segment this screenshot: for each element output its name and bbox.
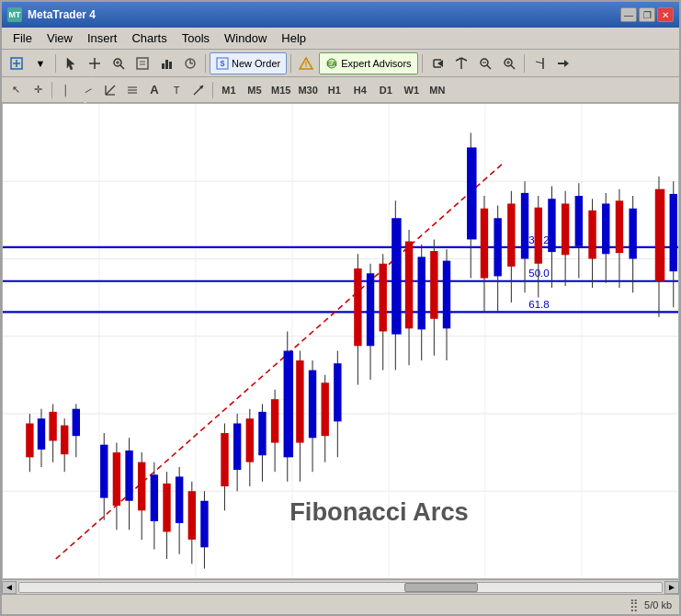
scroll-left-btn[interactable] <box>426 52 448 74</box>
period-w1[interactable]: W1 <box>400 81 424 99</box>
menu-insert[interactable]: Insert <box>80 29 125 47</box>
svg-rect-70 <box>61 426 68 455</box>
horizontal-scrollbar[interactable]: ◄ ► <box>2 579 679 594</box>
period-m1[interactable]: M1 <box>217 81 241 99</box>
menu-help[interactable]: Help <box>274 29 313 47</box>
svg-rect-78 <box>125 451 132 501</box>
svg-rect-108 <box>322 382 329 436</box>
sep2 <box>205 54 206 73</box>
data-status: 5/0 kb <box>644 599 672 610</box>
crosshair-btn[interactable] <box>84 52 106 74</box>
svg-text:Fibonacci Arcs: Fibonacci Arcs <box>289 497 469 526</box>
svg-rect-120 <box>405 242 413 329</box>
svg-text:$: $ <box>220 59 224 68</box>
scroll-track[interactable] <box>18 582 663 593</box>
gann-tool[interactable] <box>100 80 120 100</box>
svg-rect-84 <box>163 484 170 532</box>
autoscroll-btn[interactable] <box>552 52 574 74</box>
svg-rect-136 <box>521 193 528 259</box>
fib-tool[interactable] <box>122 80 142 100</box>
cursor-tool[interactable]: ↖ <box>6 80 26 100</box>
label-tool[interactable]: T <box>166 80 187 100</box>
properties-btn[interactable] <box>131 52 153 74</box>
svg-rect-12 <box>162 63 165 69</box>
period-m30[interactable]: M30 <box>295 81 320 99</box>
dropdown-btn[interactable]: ▼ <box>29 52 51 74</box>
chart-type-btn[interactable] <box>155 52 177 74</box>
svg-rect-96 <box>246 418 254 462</box>
svg-rect-142 <box>562 203 569 255</box>
grid-status-icon: ⣿ <box>630 598 639 611</box>
menu-charts[interactable]: Charts <box>124 29 174 47</box>
new-order-btn[interactable]: $ New Order <box>210 52 287 74</box>
minimize-button[interactable]: — <box>620 7 637 22</box>
period-h1[interactable]: H1 <box>323 81 346 99</box>
svg-line-6 <box>120 65 124 69</box>
svg-rect-100 <box>271 399 278 442</box>
menu-window[interactable]: Window <box>217 29 274 47</box>
trend-line-tool[interactable]: ─ <box>74 75 102 103</box>
svg-rect-76 <box>113 452 120 506</box>
scroll-left-arrow[interactable]: ◄ <box>2 581 17 594</box>
svg-rect-102 <box>284 351 294 458</box>
main-window: MT MetaTrader 4 — ❐ ✕ File View Insert C… <box>0 0 681 616</box>
drawing-toolbar: ↖ ✛ │ ─ A T M1 M5 M15 M30 H1 H4 D1 W1 MN <box>2 77 679 103</box>
cursor-btn[interactable] <box>60 52 82 74</box>
restore-button[interactable]: ❐ <box>639 7 655 22</box>
svg-rect-156 <box>670 194 677 271</box>
scroll-right-btn[interactable] <box>528 52 550 74</box>
new-chart-btn[interactable] <box>6 52 28 74</box>
sep-t2-1 <box>51 82 52 98</box>
period-m5[interactable]: M5 <box>243 81 267 99</box>
svg-line-36 <box>106 86 115 95</box>
svg-rect-140 <box>548 199 555 252</box>
alert-btn[interactable]: ! <box>295 52 317 74</box>
period-h4[interactable]: H4 <box>348 81 372 99</box>
menu-view[interactable]: View <box>40 29 80 47</box>
svg-rect-132 <box>494 218 501 276</box>
svg-rect-122 <box>418 257 426 329</box>
svg-rect-124 <box>430 251 437 319</box>
svg-rect-146 <box>588 211 596 259</box>
svg-rect-9 <box>137 58 148 69</box>
svg-rect-13 <box>165 60 168 69</box>
sep3 <box>290 54 291 73</box>
title-bar: MT MetaTrader 4 — ❐ ✕ <box>2 2 679 28</box>
scroll-right-arrow[interactable]: ► <box>664 581 679 594</box>
scroll-thumb[interactable] <box>404 583 478 592</box>
svg-rect-152 <box>629 209 636 259</box>
text-tool[interactable]: A <box>144 80 165 100</box>
menu-tools[interactable]: Tools <box>175 29 217 47</box>
svg-rect-138 <box>535 208 542 264</box>
zoom-in-btn[interactable] <box>108 52 130 74</box>
period-d1[interactable]: D1 <box>374 81 398 99</box>
sep5 <box>524 54 525 73</box>
svg-rect-98 <box>258 412 266 455</box>
svg-rect-86 <box>176 476 183 523</box>
period-mn[interactable]: MN <box>426 81 449 99</box>
arrow-tool[interactable] <box>188 80 209 100</box>
svg-rect-82 <box>151 474 158 521</box>
svg-line-26 <box>461 58 467 61</box>
chart-area[interactable]: 38.2 50.0 61.8 <box>2 103 679 579</box>
svg-rect-66 <box>38 418 45 450</box>
period-settings-btn[interactable] <box>179 52 201 74</box>
zoom-out-chart-btn[interactable] <box>474 52 496 74</box>
svg-rect-110 <box>334 363 341 421</box>
svg-rect-74 <box>100 445 108 498</box>
menu-file[interactable]: File <box>6 29 40 47</box>
svg-rect-88 <box>188 491 196 540</box>
svg-rect-134 <box>507 203 515 266</box>
vertical-line-tool[interactable]: │ <box>56 80 76 100</box>
zoom-in-chart-btn[interactable] <box>498 52 520 74</box>
scroll-chart-btn[interactable] <box>450 52 472 74</box>
title-bar-text: MetaTrader 4 <box>28 8 96 21</box>
period-m15[interactable]: M15 <box>268 81 293 99</box>
svg-text:EA: EA <box>327 60 337 68</box>
svg-rect-144 <box>575 196 583 246</box>
crosshair-tool[interactable]: ✛ <box>28 80 48 100</box>
close-button[interactable]: ✕ <box>657 7 674 22</box>
svg-rect-90 <box>200 501 208 548</box>
title-bar-controls: — ❐ ✕ <box>620 7 674 22</box>
expert-advisors-btn[interactable]: EA Expert Advisors <box>319 52 417 74</box>
